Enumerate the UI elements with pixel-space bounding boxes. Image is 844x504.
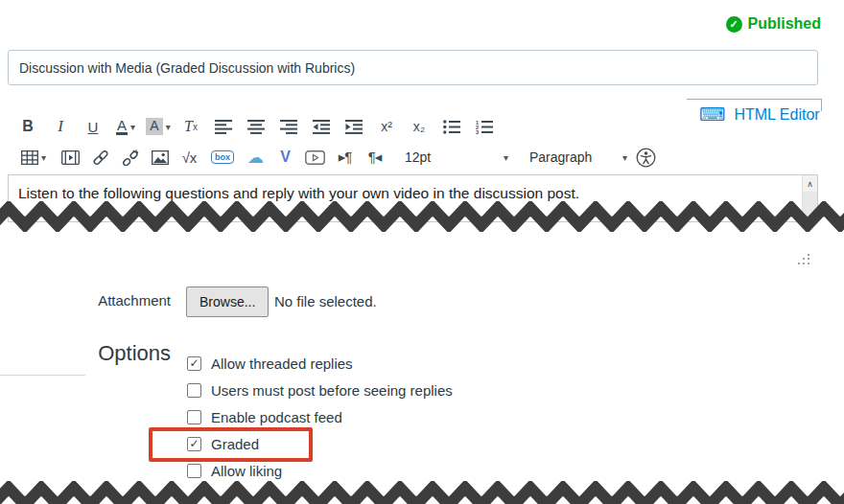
published-check-icon: ✓: [726, 16, 742, 33]
svg-text:3: 3: [476, 129, 479, 134]
html-editor-link[interactable]: ⌨ HTML Editor: [699, 105, 820, 124]
checkbox-label: Enable podcast feed: [211, 409, 342, 425]
left-to-right-button[interactable]: ▸¶: [330, 143, 360, 172]
align-right-button[interactable]: [272, 112, 305, 141]
clear-formatting-button[interactable]: Tx: [175, 112, 207, 141]
align-left-icon: [215, 120, 232, 134]
outdent-icon: [313, 120, 330, 134]
checkbox-row-enable-podcast-feed: Enable podcast feed: [187, 409, 342, 424]
background-color-glyph: A: [146, 118, 162, 134]
chevron-down-icon: ▾: [130, 122, 135, 132]
published-status-label: Published: [748, 15, 821, 33]
unlink-button[interactable]: [115, 143, 145, 172]
font-size-dropdown[interactable]: 12pt ▾: [401, 144, 512, 171]
box-app-button[interactable]: box: [204, 143, 241, 172]
editor-resize-handle[interactable]: [797, 254, 810, 265]
graded-checkbox[interactable]: ✓: [187, 437, 201, 451]
indent-button[interactable]: [338, 112, 370, 141]
outdent-button[interactable]: [305, 112, 338, 141]
link-icon: [92, 149, 109, 166]
html-editor-link-label: HTML Editor: [734, 106, 819, 124]
underline-button[interactable]: U: [77, 112, 109, 141]
record-video-button[interactable]: [300, 143, 330, 172]
subscript-button[interactable]: x₂: [403, 112, 435, 141]
checkbox-label: Users must post before seeing replies: [211, 382, 453, 399]
numbered-list-icon: 123: [476, 120, 493, 134]
box-logo-icon: box: [211, 150, 234, 165]
editor-toolbar-row1: B I U A ▾ A ▾ Tx: [12, 110, 501, 143]
published-status-badge: ✓ Published: [726, 15, 821, 33]
checkbox-row-allow-liking: Allow liking: [187, 463, 282, 478]
keyboard-icon: ⌨: [699, 105, 725, 124]
checkbox-label: Allow liking: [211, 463, 282, 479]
table-icon: [21, 150, 38, 165]
editor-toolbar-row2: ▾: [12, 143, 661, 172]
align-center-button[interactable]: [240, 112, 272, 141]
right-to-left-button[interactable]: ¶◂: [360, 143, 389, 172]
browse-button[interactable]: Browse...: [186, 286, 269, 317]
cloud-app-button[interactable]: ☁: [241, 143, 270, 172]
align-center-icon: [247, 120, 265, 134]
clear-formatting-glyph: T: [184, 118, 193, 135]
align-right-icon: [280, 120, 297, 134]
italic-button[interactable]: I: [44, 112, 77, 141]
chevron-down-icon: ▾: [41, 152, 46, 163]
allow-liking-checkbox[interactable]: [187, 464, 201, 478]
scroll-up-button[interactable]: ∧: [803, 175, 817, 192]
align-left-button[interactable]: [207, 112, 240, 141]
file-status-text: No file selected.: [274, 293, 377, 309]
checkbox-label: Graded: [211, 436, 259, 452]
bullet-list-icon: [443, 120, 460, 134]
font-size-value: 12pt: [405, 149, 431, 165]
image-icon: [152, 150, 169, 165]
paragraph-style-value: Paragraph: [529, 149, 592, 165]
enable-podcast-feed-checkbox[interactable]: [187, 410, 201, 424]
chevron-down-icon: ▾: [622, 152, 627, 163]
accessibility-icon: [636, 148, 656, 168]
equation-button[interactable]: √x: [175, 143, 204, 172]
v-app-button[interactable]: V: [270, 143, 300, 172]
bullet-list-button[interactable]: [435, 112, 468, 141]
link-button[interactable]: [85, 143, 115, 172]
checkbox-row-users-must-post: Users must post before seeing replies: [187, 382, 453, 398]
torn-edge-top: [0, 201, 844, 232]
superscript-button[interactable]: x²: [370, 112, 403, 141]
discussion-edit-page: ✓ Published ⌨ HTML Editor B I U A ▾ A ▾ …: [0, 0, 844, 504]
table-button[interactable]: ▾: [12, 143, 56, 172]
chevron-down-icon: ▾: [504, 152, 508, 163]
checkbox-row-graded: ✓ Graded: [187, 436, 259, 451]
discussion-title-input[interactable]: [8, 50, 818, 85]
accessibility-checker-button[interactable]: [631, 143, 661, 172]
indent-icon: [345, 120, 363, 134]
numbered-list-button[interactable]: 123: [468, 112, 501, 141]
text-color-button[interactable]: A ▾: [109, 112, 142, 141]
attachment-label: Attachment: [0, 292, 171, 309]
users-must-post-checkbox[interactable]: [187, 383, 201, 398]
torn-edge-bottom: [0, 481, 844, 504]
checkbox-label: Allow threaded replies: [211, 355, 353, 372]
video-play-icon: [305, 150, 325, 165]
insert-image-button[interactable]: [145, 143, 175, 172]
options-heading: Options: [0, 341, 171, 366]
editor-content-text[interactable]: Listen to the following questions and re…: [18, 185, 776, 202]
unlink-icon: [121, 149, 139, 166]
checkbox-row-allow-threaded-replies: ✓ Allow threaded replies: [187, 355, 353, 371]
chevron-down-icon: ▾: [166, 122, 171, 132]
text-color-glyph: A: [116, 118, 128, 136]
clear-formatting-sub: x: [193, 122, 198, 132]
bold-button[interactable]: B: [12, 112, 44, 141]
embed-media-button[interactable]: [56, 143, 85, 172]
film-strip-icon: [61, 150, 80, 165]
paragraph-style-dropdown[interactable]: Paragraph ▾: [526, 144, 631, 171]
allow-threaded-replies-checkbox[interactable]: ✓: [187, 356, 201, 371]
background-color-button[interactable]: A ▾: [142, 112, 175, 141]
options-divider: [0, 375, 85, 376]
